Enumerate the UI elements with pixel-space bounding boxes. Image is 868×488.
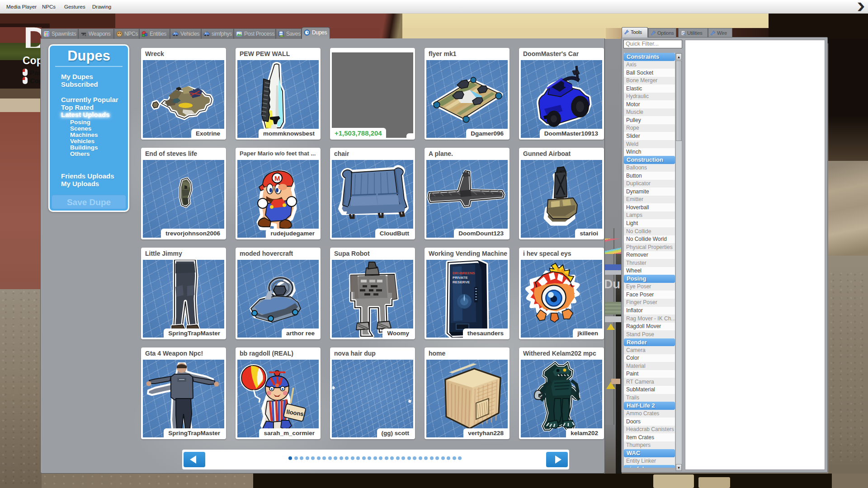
svg-text:M: M [274,174,280,182]
svg-text:DR>BREENS: DR>BREENS [453,271,475,275]
svg-text:PRIVATE: PRIVATE [453,276,468,280]
svg-text:RESERVE: RESERVE [453,280,470,284]
